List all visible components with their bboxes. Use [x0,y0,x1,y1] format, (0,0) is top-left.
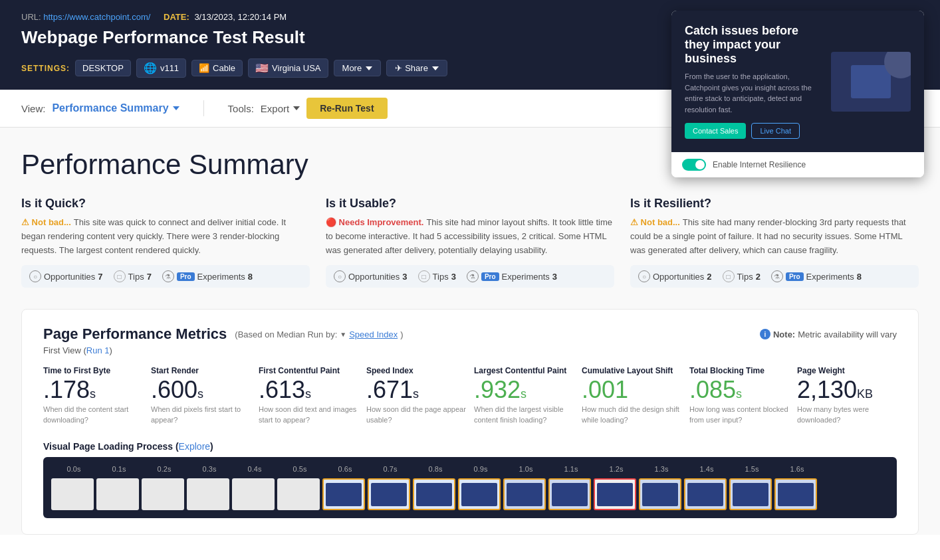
url-link[interactable]: https://www.catchpoint.com/ [43,12,150,22]
desktop-label: DESKTOP [82,63,124,73]
opportunities-label: Opportunities [653,272,704,282]
url-label: URL: [21,12,41,22]
chevron-icon-small: ▼ [340,331,346,338]
opportunities-label: Opportunities [348,272,400,282]
chrome-button[interactable]: 🌐 v111 [136,58,186,78]
frame-content [505,480,544,509]
opportunities-icon: ○ [29,270,41,282]
filmstrip-frame-4[interactable] [232,478,275,510]
live-chat-button[interactable]: Live Chat [751,123,799,139]
filmstrip-frame-10[interactable] [503,478,546,510]
summary-card-title: Is it Resilient? [630,197,919,211]
metric-item-7: Page Weight 2,130KB How many bytes were … [797,366,897,425]
flag-icon: 🇺🇸 [255,62,269,74]
share-button[interactable]: ✈ Share [386,60,447,76]
share-label: Share [405,63,428,73]
filmstrip-time-label: 0.8s [413,465,458,473]
filmstrip-frame-0[interactable] [51,478,94,510]
desktop-button[interactable]: DESKTOP [75,60,131,76]
metric-item-0: Time to First Byte .178s When did the co… [43,366,143,425]
metric-label: First Contentful Paint [259,366,358,375]
chevron-down-icon [366,66,372,70]
frame-content [595,480,635,509]
filmstrip-frame-6[interactable] [322,478,365,510]
metric-value: .613s [259,378,358,402]
view-selector[interactable]: Performance Summary [52,102,179,114]
filmstrip-frame-5[interactable] [277,478,320,510]
summary-card-0: Is it Quick? ⚠ Not bad... This site was … [21,197,310,288]
connection-label: Cable [213,63,235,73]
chrome-icon: 🌐 [144,62,157,74]
metric-label: Total Blocking Time [689,366,789,375]
metric-label: Cumulative Layout Shift [582,366,681,375]
filmstrip-time-label: 1.2s [594,465,639,473]
filmstrip-frame-1[interactable] [96,478,139,510]
filmstrip-frame-11[interactable] [548,478,591,510]
filmstrip-frame-12[interactable] [594,478,636,510]
rerun-test-button[interactable]: Re-Run Test [306,98,387,119]
metric-value: .600s [151,378,251,402]
filmstrip-time-label: 0.7s [368,465,413,473]
experiments-icon: ⚗ [771,270,783,282]
opportunities-count: 2 [707,272,711,282]
export-chevron-icon [293,106,300,110]
experiments-icon: ⚗ [467,270,479,282]
filmstrip-frame-2[interactable] [142,478,184,510]
pro-badge: Pro [177,272,195,281]
summary-card-1: Is it Usable? 🔴 Needs Improvement. This … [326,197,614,288]
location-button[interactable]: 🇺🇸 Virginia USA [248,58,328,78]
explore-link[interactable]: Explore [179,441,210,452]
preview-footer-text: Enable Internet Resilience [713,160,806,169]
preview-card-text: Catch issues before they impact your bus… [685,24,823,139]
filmstrip-frame-3[interactable] [187,478,229,510]
connection-icon: 📶 [199,63,209,73]
experiments-item: ⚗ Pro Experiments 8 [162,270,253,282]
preview-card-footer: Enable Internet Resilience [671,152,924,177]
preview-card-image [831,52,911,112]
tips-item: □ Tips 3 [418,270,456,282]
pro-badge: Pro [481,272,499,281]
filmstrip-time-label: 1.3s [639,465,684,473]
contact-sales-button[interactable]: Contact Sales [685,123,746,139]
toggle-switch[interactable] [682,159,706,171]
page-header: URL: https://www.catchpoint.com/ DATE: 3… [0,0,940,90]
metric-item-5: Cumulative Layout Shift .001 How much di… [582,366,681,425]
connection-button[interactable]: 📶 Cable [191,60,243,76]
experiments-count: 8 [857,272,862,282]
experiments-icon: ⚗ [162,270,174,282]
summary-card-2: Is it Resilient? ⚠ Not bad... This site … [630,197,919,288]
metrics-header: Page Performance Metrics (Based on Media… [43,326,897,343]
speed-index-link[interactable]: Speed Index [349,329,398,339]
tips-item: □ Tips 7 [114,270,152,282]
filmstrip-frame-16[interactable] [774,478,817,510]
filmstrip-frame-14[interactable] [684,478,727,510]
tips-item: □ Tips 2 [723,270,761,282]
frame-content [414,480,454,509]
experiments-item: ⚗ Pro Experiments 3 [467,270,557,282]
metric-item-3: Speed Index .671s How soon did the page … [366,366,466,425]
tips-icon: □ [723,270,735,282]
opp-row: ○ Opportunities 3 □ Tips 3 ⚗ Pro Experim… [326,265,614,288]
opportunities-icon: ○ [638,270,650,282]
metric-desc: How many bytes were downloaded? [797,405,897,425]
filmstrip-time-label: 1.5s [729,465,774,473]
tips-label: Tips [737,272,753,282]
filmstrip-frame-15[interactable] [729,478,772,510]
filmstrip-frame-13[interactable] [639,478,681,510]
metrics-title: Page Performance Metrics [43,326,227,343]
tips-icon: □ [114,270,126,282]
run-link[interactable]: Run 1 [86,345,110,355]
filmstrip-frame-9[interactable] [458,478,501,510]
tools-label: Tools: [228,103,254,114]
location-label: Virginia USA [272,63,320,73]
note-label: Note: [773,329,795,339]
export-button[interactable]: Export [261,103,300,114]
more-button[interactable]: More [334,60,382,76]
filmstrip-frame-7[interactable] [368,478,410,510]
metric-value: .001 [582,378,681,402]
view-group: View: Performance Summary [21,102,179,114]
filmstrip-frames [51,478,889,510]
opportunities-label: Opportunities [44,272,95,282]
filmstrip-frame-8[interactable] [413,478,455,510]
export-label: Export [261,103,289,114]
